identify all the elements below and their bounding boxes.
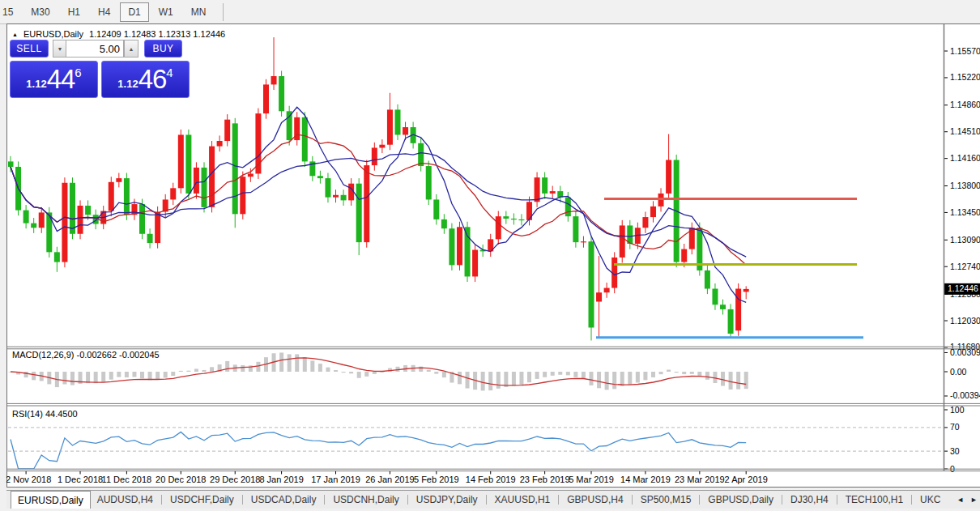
tab-divider	[558, 495, 559, 505]
svg-text:0: 0	[950, 464, 955, 474]
timeframe-button-d1[interactable]: D1	[120, 2, 148, 22]
tab-divider	[837, 495, 837, 505]
timeframe-button-h4[interactable]: H4	[90, 2, 118, 22]
chart-tab-eurusd-daily[interactable]: EURUSD,Daily	[11, 491, 91, 509]
tab-divider	[407, 495, 408, 505]
svg-text:1.12740: 1.12740	[950, 262, 980, 271]
svg-text:1.12446: 1.12446	[948, 283, 978, 293]
chart-window: 1.155701.152201.148601.145101.141601.138…	[6, 23, 980, 488]
buy-price-display[interactable]: 1.12 46 4	[101, 61, 190, 98]
tab-divider	[486, 495, 487, 505]
chart-tab-usdjpy-daily[interactable]: USDJPY,Daily	[410, 491, 484, 509]
tab-divider	[242, 495, 243, 505]
svg-text:1.14160: 1.14160	[950, 153, 980, 163]
buy-button[interactable]: BUY	[144, 40, 182, 57]
tab-scroll-left-icon[interactable]: ◄	[957, 496, 964, 504]
svg-text:14 Mar 2019: 14 Mar 2019	[620, 475, 671, 484]
chart-title-ohlc: 1.12409 1.12483 1.12313 1.12446	[89, 29, 225, 39]
tab-divider	[699, 495, 700, 505]
sell-price-prefix: 1.12	[26, 78, 46, 90]
svg-text:1.15220: 1.15220	[950, 72, 980, 82]
tab-divider	[324, 495, 325, 505]
timeframe-toolbar: 15M30H1H4D1W1MN	[0, 0, 980, 24]
tab-scroll-right-icon[interactable]: ►	[970, 496, 978, 504]
tab-divider	[911, 495, 912, 505]
svg-text:1.12030: 1.12030	[950, 316, 980, 326]
svg-text:0.00: 0.00	[950, 367, 967, 377]
svg-text:5 Mar 2019: 5 Mar 2019	[569, 475, 614, 484]
svg-text:-0.003947: -0.003947	[950, 390, 980, 400]
volume-input[interactable]	[66, 40, 124, 57]
chart-tab-usdcnh-daily[interactable]: USDCNH,Daily	[326, 491, 405, 509]
chart-title: ▲ EURUSD,Daily 1.12409 1.12483 1.12313 1…	[12, 29, 225, 39]
svg-text:23 Mar 2019: 23 Mar 2019	[675, 475, 725, 484]
svg-text:30: 30	[950, 446, 960, 456]
chart-title-symbol: EURUSD,Daily	[23, 29, 83, 39]
svg-text:26 Jan 2019: 26 Jan 2019	[365, 475, 415, 484]
chart-tab-usdchf-daily[interactable]: USDCHF,Daily	[164, 491, 241, 509]
svg-text:23 Feb 2019: 23 Feb 2019	[520, 475, 570, 484]
sell-price-sup: 6	[75, 66, 81, 79]
svg-text:2 Apr 2019: 2 Apr 2019	[725, 475, 768, 484]
svg-text:1.13450: 1.13450	[950, 207, 980, 217]
svg-text:17 Jan 2019: 17 Jan 2019	[311, 475, 360, 484]
chart-tab-ukc[interactable]: UKC	[914, 491, 947, 509]
svg-text:MACD(12,26,9) -0.002662 -0.002: MACD(12,26,9) -0.002662 -0.002045	[12, 350, 160, 360]
timeframe-button-15[interactable]: 15	[0, 2, 21, 22]
svg-text:11 Dec 2018: 11 Dec 2018	[102, 475, 152, 484]
chart-tab-audusd-h4[interactable]: AUDUSD,H4	[91, 491, 160, 509]
tab-divider	[632, 495, 633, 505]
timeframe-button-m30[interactable]: M30	[23, 2, 58, 22]
volume-increase-button[interactable]: ▲	[124, 40, 138, 57]
tab-scroll-arrows: ◄►	[952, 491, 978, 509]
chart-tab-dj30-h4[interactable]: DJ30,H4	[784, 491, 835, 509]
buy-price-prefix: 1.12	[117, 78, 138, 90]
buy-price-sup: 4	[166, 66, 173, 79]
chart-tab-tech100-h1[interactable]: TECH100,H1	[839, 491, 910, 509]
sell-price-big: 44	[47, 64, 75, 95]
collapse-icon[interactable]: ▲	[12, 32, 18, 37]
svg-text:70: 70	[950, 422, 960, 432]
chart-tabs-bar: EURUSD,DailyAUDUSD,H4USDCHF,DailyUSDCAD,…	[6, 490, 980, 509]
svg-text:RSI(14) 44.4500: RSI(14) 44.4500	[12, 409, 78, 419]
chart-tab-gbpusd-h4[interactable]: GBPUSD,H4	[560, 491, 629, 509]
svg-text:1.15570: 1.15570	[950, 46, 980, 56]
chart-tab-sp500-m15[interactable]: SP500,M15	[634, 491, 698, 509]
sell-button[interactable]: SELL	[10, 40, 49, 57]
one-click-trade-panel: SELL ▼ ▲ BUY 1.12 44 6 1.12 46 4	[10, 40, 189, 97]
svg-text:8 Jan 2019: 8 Jan 2019	[259, 475, 303, 484]
toolbar-separator	[223, 3, 224, 21]
svg-text:1.13800: 1.13800	[950, 181, 980, 190]
timeframe-button-h1[interactable]: H1	[60, 2, 88, 22]
svg-text:1.14510: 1.14510	[950, 126, 980, 136]
sell-price-display[interactable]: 1.12 44 6	[10, 61, 98, 98]
svg-text:1 Dec 2018: 1 Dec 2018	[58, 475, 103, 484]
svg-text:5 Feb 2019: 5 Feb 2019	[414, 475, 459, 484]
svg-text:1.13090: 1.13090	[950, 235, 980, 245]
tab-divider	[782, 495, 782, 505]
buy-price-big: 46	[138, 64, 167, 95]
chart-tab-gbpusd-daily[interactable]: GBPUSD,Daily	[701, 491, 780, 509]
tab-divider	[161, 495, 162, 505]
chart-tab-usdcad-daily[interactable]: USDCAD,Daily	[245, 491, 323, 509]
timeframe-button-w1[interactable]: W1	[151, 2, 181, 22]
svg-text:20 Dec 2018: 20 Dec 2018	[156, 475, 206, 484]
timeframe-button-mn[interactable]: MN	[183, 2, 215, 22]
svg-text:1.14860: 1.14860	[950, 100, 980, 109]
svg-text:29 Dec 2018: 29 Dec 2018	[210, 475, 260, 484]
svg-text:14 Feb 2019: 14 Feb 2019	[466, 475, 516, 484]
chart-tab-xauusd-h1[interactable]: XAUUSD,H1	[488, 491, 557, 509]
svg-text:22 Nov 2018: 22 Nov 2018	[6, 475, 51, 484]
